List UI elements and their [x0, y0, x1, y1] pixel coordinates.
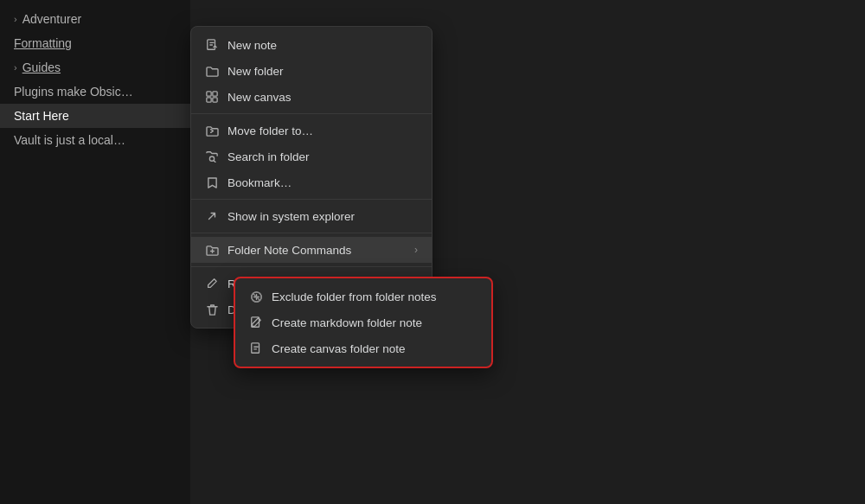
sidebar-item-label: Vault is just a local…	[14, 133, 125, 147]
sidebar-item-label: Guides	[22, 61, 61, 74]
new-note-label: New note	[227, 39, 277, 52]
show-explorer-icon	[205, 209, 219, 223]
new-canvas-label: New canvas	[227, 91, 292, 104]
menu-item-search-folder[interactable]: Search in folder	[191, 144, 432, 169]
exclude-icon	[249, 290, 263, 303]
create-canvas-label: Create canvas folder note	[272, 342, 406, 355]
sidebar-item-plugins[interactable]: Plugins make Obsic…	[0, 80, 190, 104]
sidebar-item-guides[interactable]: › Guides	[0, 55, 190, 80]
svg-rect-4	[213, 98, 217, 102]
menu-separator-3	[191, 233, 432, 233]
create-markdown-icon	[249, 316, 263, 329]
sidebar-item-adventurer[interactable]: › Adventurer	[0, 7, 190, 31]
new-canvas-icon	[205, 90, 219, 104]
menu-item-bookmark[interactable]: Bookmark…	[191, 169, 432, 195]
menu-item-show-explorer[interactable]: Show in system explorer	[191, 203, 432, 229]
submenu: Exclude folder from folder notes Create …	[234, 277, 493, 368]
new-note-icon	[205, 38, 219, 52]
delete-icon	[205, 303, 219, 316]
submenu-item-exclude-folder[interactable]: Exclude folder from folder notes	[235, 284, 491, 309]
svg-rect-9	[252, 343, 260, 353]
sidebar-item-label: Start Here	[14, 109, 69, 123]
svg-rect-1	[207, 92, 211, 96]
menu-separator-4	[191, 266, 432, 267]
menu-separator-2	[191, 199, 432, 200]
exclude-folder-label: Exclude folder from folder notes	[272, 290, 437, 303]
sidebar-item-formatting[interactable]: Formatting	[0, 31, 190, 55]
sidebar-item-label: Adventurer	[22, 12, 81, 26]
menu-item-new-note[interactable]: New note	[191, 32, 432, 58]
folder-note-icon	[205, 243, 219, 257]
new-folder-label: New folder	[227, 65, 284, 78]
move-folder-label: Move folder to…	[227, 124, 313, 137]
search-folder-icon	[205, 150, 219, 163]
move-icon	[205, 124, 219, 137]
search-folder-label: Search in folder	[227, 150, 310, 163]
svg-rect-2	[213, 92, 217, 96]
sidebar-item-start-here[interactable]: Start Here	[0, 104, 190, 128]
svg-rect-3	[207, 98, 211, 102]
create-canvas-icon	[249, 341, 263, 355]
menu-item-folder-note-cmds[interactable]: Folder Note Commands ›	[191, 237, 432, 263]
menu-item-new-folder[interactable]: New folder	[191, 58, 432, 84]
chevron-icon: ›	[14, 14, 17, 24]
bookmark-icon	[205, 175, 219, 189]
bookmark-label: Bookmark…	[227, 176, 292, 189]
chevron-icon: ›	[14, 62, 17, 73]
sidebar-item-label: Plugins make Obsic…	[14, 85, 133, 99]
create-markdown-label: Create markdown folder note	[272, 316, 422, 329]
sidebar-item-label: Formatting	[14, 36, 72, 50]
sidebar-item-vault[interactable]: Vault is just a local…	[0, 128, 190, 152]
rename-icon	[205, 277, 219, 290]
show-explorer-label: Show in system explorer	[227, 210, 355, 223]
menu-separator-1	[191, 113, 432, 114]
submenu-chevron-icon: ›	[414, 244, 418, 256]
submenu-item-create-canvas[interactable]: Create canvas folder note	[235, 335, 491, 361]
new-folder-icon	[205, 64, 219, 78]
menu-item-new-canvas[interactable]: New canvas	[191, 84, 432, 110]
submenu-item-create-markdown[interactable]: Create markdown folder note	[235, 309, 491, 335]
folder-note-cmds-label: Folder Note Commands	[227, 244, 351, 257]
sidebar: › Adventurer Formatting › Guides Plugins…	[0, 0, 190, 504]
menu-item-move-folder[interactable]: Move folder to…	[191, 118, 432, 144]
